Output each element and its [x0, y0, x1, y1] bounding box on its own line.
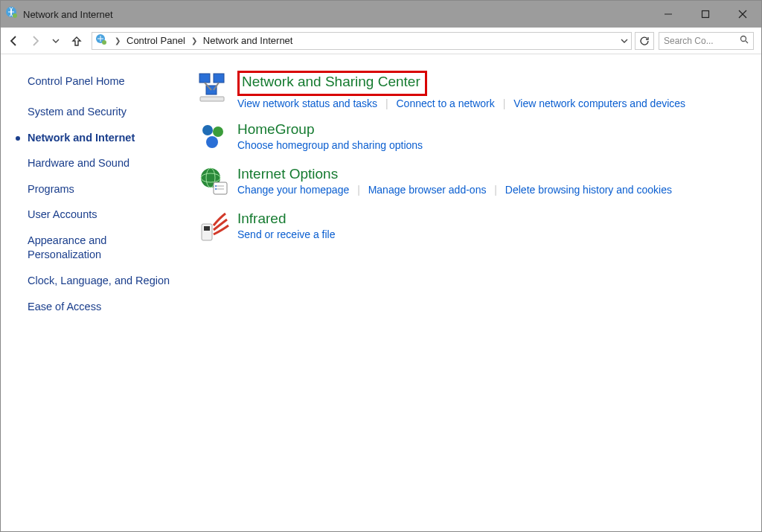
forward-button[interactable] — [25, 31, 45, 51]
link-separator: | — [357, 184, 360, 196]
link-delete-history[interactable]: Delete browsing history and cookies — [505, 184, 672, 196]
svg-point-17 — [213, 126, 223, 137]
address-bar[interactable]: ❯ Control Panel ❯ Network and Internet — [92, 32, 632, 50]
close-button[interactable] — [724, 1, 761, 28]
category-network-sharing: Network and Sharing Center View network … — [197, 71, 743, 109]
search-icon — [740, 35, 749, 46]
link-change-homepage[interactable]: Change your homepage — [237, 184, 349, 196]
sidebar-item-user-accounts[interactable]: User Accounts — [28, 208, 194, 222]
link-connect-network[interactable]: Connect to a network — [396, 97, 494, 109]
location-icon — [95, 33, 107, 48]
category-title-infrared[interactable]: Infrared — [237, 211, 286, 227]
maximize-button[interactable] — [687, 1, 724, 28]
link-view-computers[interactable]: View network computers and devices — [513, 97, 685, 109]
infrared-icon — [197, 211, 230, 243]
homegroup-icon — [197, 121, 230, 154]
category-homegroup: HomeGroup Choose homegroup and sharing o… — [197, 121, 743, 154]
breadcrumb-1[interactable]: Network and Internet — [202, 33, 295, 49]
back-button[interactable] — [4, 31, 25, 51]
sidebar-item-hardware-sound[interactable]: Hardware and Sound — [28, 156, 194, 171]
search-input[interactable]: Search Co... — [659, 32, 754, 50]
svg-point-18 — [206, 136, 218, 148]
chevron-right-icon[interactable]: ❯ — [187, 36, 202, 45]
window-title: Network and Internet — [23, 9, 113, 20]
link-view-status[interactable]: View network status and tasks — [237, 97, 377, 109]
link-manage-addons[interactable]: Manage browser add-ons — [368, 184, 487, 196]
svg-point-16 — [202, 125, 213, 135]
svg-line-9 — [746, 41, 748, 43]
svg-rect-3 — [702, 11, 709, 18]
link-separator: | — [385, 97, 388, 109]
link-homegroup-options[interactable]: Choose homegroup and sharing options — [237, 139, 423, 151]
content-area: Control Panel Home System and Security N… — [1, 54, 761, 531]
highlight-box: Network and Sharing Center — [237, 71, 427, 96]
search-placeholder: Search Co... — [664, 36, 740, 46]
sidebar-item-network-internet[interactable]: Network and Internet — [28, 131, 194, 146]
svg-point-25 — [215, 185, 217, 187]
up-button[interactable] — [66, 31, 87, 51]
sidebar-item-programs[interactable]: Programs — [28, 182, 194, 197]
sidebar-item-clock-region[interactable]: Clock, Language, and Region — [28, 274, 194, 289]
sidebar-item-system-security[interactable]: System and Security — [28, 105, 194, 120]
breadcrumb-0[interactable]: Control Panel — [125, 33, 187, 49]
svg-rect-22 — [214, 182, 227, 194]
svg-point-8 — [741, 36, 746, 42]
main-panel: Network and Sharing Center View network … — [194, 54, 761, 531]
svg-point-26 — [215, 188, 217, 190]
category-infrared: Infrared Send or receive a file — [197, 211, 743, 243]
toolbar: ❯ Control Panel ❯ Network and Internet S… — [1, 28, 761, 54]
category-title-internet-options[interactable]: Internet Options — [237, 166, 338, 182]
category-title-network-sharing[interactable]: Network and Sharing Center — [242, 74, 420, 90]
link-separator: | — [494, 184, 497, 196]
internet-options-icon — [197, 166, 230, 199]
titlebar: Network and Internet — [1, 1, 761, 28]
svg-rect-10 — [199, 74, 210, 83]
svg-rect-15 — [200, 97, 224, 101]
refresh-button[interactable] — [635, 32, 654, 50]
link-send-receive-file[interactable]: Send or receive a file — [237, 228, 336, 240]
svg-rect-28 — [204, 226, 210, 231]
sidebar-item-ease-of-access[interactable]: Ease of Access — [28, 300, 194, 315]
svg-rect-11 — [214, 74, 224, 83]
minimize-button[interactable] — [650, 1, 687, 28]
category-title-homegroup[interactable]: HomeGroup — [237, 121, 315, 138]
category-internet-options: Internet Options Change your homepage | … — [197, 166, 743, 199]
app-icon — [5, 6, 19, 22]
control-panel-home-link[interactable]: Control Panel Home — [28, 75, 194, 87]
network-sharing-icon — [197, 71, 230, 103]
history-dropdown[interactable] — [45, 31, 66, 51]
sidebar-item-appearance[interactable]: Appearance and Personalization — [28, 234, 147, 263]
chevron-right-icon[interactable]: ❯ — [110, 36, 125, 45]
svg-point-1 — [13, 13, 17, 18]
link-separator: | — [503, 97, 506, 109]
sidebar: Control Panel Home System and Security N… — [1, 54, 194, 531]
address-dropdown[interactable] — [621, 33, 628, 49]
svg-point-7 — [102, 40, 106, 45]
window-controls — [650, 1, 761, 28]
